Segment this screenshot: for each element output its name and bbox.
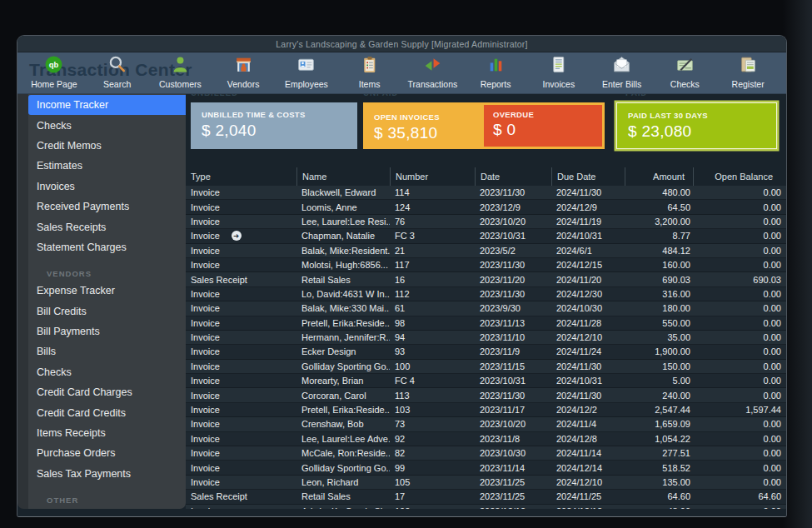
sidebar-vendors-item-sales-tax-payments[interactable]: Sales Tax Payments: [28, 464, 186, 484]
sidebar-vendors-item-items-receipts[interactable]: Items Receipts: [28, 423, 186, 443]
column-header-type[interactable]: Type: [186, 167, 296, 186]
sidebar-vendors-item-purchase-orders[interactable]: Purchase Orders: [28, 443, 186, 463]
cell-date: 2023/10/31: [475, 231, 551, 241]
table-row[interactable]: InvoiceMolotsi, Hugh:6856...1172023/11/3…: [186, 258, 786, 272]
toolbar-item-label: Reports: [481, 79, 511, 89]
sidebar-customers-item-estimates[interactable]: Estimates: [28, 156, 186, 176]
column-header-name[interactable]: Name: [296, 167, 390, 186]
cell-amount: 64.60: [625, 491, 693, 501]
toolbar-item-employees[interactable]: Employees: [275, 52, 338, 93]
toolbar-item-register[interactable]: Register: [716, 52, 780, 93]
table-row[interactable]: InvoiceLee, Laurel:Lee Adve...922023/11/…: [186, 432, 786, 446]
table-row[interactable]: InvoiceCorcoran, Carol1132023/11/302024/…: [186, 388, 786, 402]
sidebar-customers-item-credit-memos[interactable]: Credit Memos: [28, 136, 186, 156]
table-row[interactable]: InvoiceAdwin, Ko:Candy Sh...1022023/12/1…: [186, 505, 786, 509]
cell-amount: 1,659.09: [625, 419, 693, 429]
sidebar-customers-item-invoices[interactable]: Invoices: [28, 177, 186, 197]
toolbar-item-items[interactable]: Items: [338, 52, 401, 93]
window-titlebar[interactable]: Larry's Landscaping & Garden Supply [Mig…: [17, 36, 786, 52]
cell-balance: 0.00: [693, 477, 786, 487]
column-header-amount[interactable]: Amount: [625, 167, 693, 186]
table-row[interactable]: InvoiceGolliday Sporting Go...1002023/11…: [186, 360, 786, 374]
unbilled-time-costs-card[interactable]: UNBILLED TIME & COSTS $ 2,040: [191, 102, 357, 149]
toolbar-item-vendors[interactable]: Vendors: [212, 52, 275, 93]
table-row[interactable]: InvoiceBalak, Mike:330 Mai...612023/9/30…: [186, 301, 786, 316]
cell-type: Invoice: [186, 376, 296, 386]
cell-name: Corcoran, Carol: [296, 391, 390, 401]
cell-name: Hermann, Jennifer:R...: [296, 332, 390, 342]
sidebar-customers-item-checks[interactable]: Checks: [28, 115, 186, 135]
toolbar-item-reports[interactable]: Reports: [464, 52, 527, 93]
open-invoices-card[interactable]: OPEN INVOICES $ 35,810: [363, 105, 484, 147]
table-row[interactable]: InvoiceLoomis, Anne1242023/12/92024/12/9…: [186, 200, 786, 214]
table-row[interactable]: Sales ReceiptRetail Sales172023/11/25202…: [186, 490, 786, 504]
sidebar-vendors-item-checks[interactable]: Checks: [28, 362, 186, 382]
qb-logo-icon: qb: [42, 55, 65, 79]
group-label-unpaid: UNPAID: [363, 94, 398, 97]
sidebar-customers-item-income-tracker[interactable]: Income Tracker: [28, 95, 186, 115]
column-header-open-balance[interactable]: Open Balance: [693, 167, 786, 186]
table-row[interactable]: InvoiceMcCale, Ron:Reside...822023/10/30…: [186, 446, 786, 461]
sidebar-vendors-item-expense-tracker[interactable]: Expense Tracker: [28, 281, 186, 301]
table-row[interactable]: InvoicePretell, Erika:Reside...1032023/1…: [186, 403, 786, 417]
toolbar-item-home-page[interactable]: qbHome Page: [22, 52, 86, 93]
sidebar-vendors-item-bill-payments[interactable]: Bill Payments: [28, 321, 186, 341]
table-row[interactable]: InvoiceCrenshaw, Bob732023/10/202024/11/…: [186, 417, 786, 431]
table-row[interactable]: InvoiceGolliday Sporting Go...992023/11/…: [186, 461, 786, 475]
sidebar-vendors-item-credit-card-credits[interactable]: Credit Card Credits: [28, 402, 186, 422]
toolbar-item-enter-bills[interactable]: Enter Bills: [590, 52, 654, 93]
table-row[interactable]: InvoiceLee, Laurel:Lee Resi...762023/10/…: [186, 215, 786, 229]
cell-amount: 480.00: [625, 187, 693, 197]
card-label: OVERDUE: [493, 110, 602, 119]
table-row[interactable]: InvoiceMorearty, BrianFC 42023/10/312024…: [186, 374, 786, 388]
table-row[interactable]: InvoiceHermann, Jennifer:R...942023/11/1…: [186, 331, 786, 345]
cell-date: 2023/12/9: [475, 202, 551, 212]
paid-last-30-days-card[interactable]: PAID LAST 30 DAYS $ 23,080: [616, 102, 777, 149]
cell-balance: 0.00: [693, 318, 786, 328]
toolbar-item-customers[interactable]: Customers: [149, 52, 212, 93]
toolbar-item-search[interactable]: Search: [86, 52, 149, 93]
cell-type: Invoice: [186, 434, 296, 444]
table-row[interactable]: InvoiceEcker Design932023/11/92024/11/24…: [186, 345, 786, 359]
income-tracker-panel: UNBILLED UNPAID PAID UNBILLED TIME & COS…: [186, 94, 786, 516]
table-row[interactable]: InvoiceBalak, Mike:Resident...212023/5/2…: [186, 244, 786, 258]
cell-name: Lee, Laurel:Lee Resi...: [296, 217, 390, 227]
cell-due: 2024/11/4: [551, 419, 625, 429]
column-header-due-date[interactable]: Due Date: [551, 167, 625, 186]
toolbar-item-transactions[interactable]: Transactions: [401, 52, 465, 93]
table-row[interactable]: InvoiceLo, David:4631 W In...1122023/11/…: [186, 287, 786, 301]
sidebar-vendors-item-bill-credits[interactable]: Bill Credits: [28, 301, 186, 321]
table-row[interactable]: InvoicePretell, Erika:Reside...982023/11…: [186, 316, 786, 331]
card-value: $ 23,080: [628, 122, 776, 141]
column-header-number[interactable]: Number: [390, 167, 475, 186]
sidebar-vendors-item-credit-card-charges[interactable]: Credit Card Charges: [28, 382, 186, 402]
table-row[interactable]: Invoice➜Chapman, NatalieFC 32023/10/3120…: [186, 229, 786, 243]
sidebar-customers-item-received-payments[interactable]: Received Payments: [28, 197, 186, 217]
cell-name: Loomis, Anne: [296, 202, 390, 212]
toolbar-item-invoices[interactable]: Invoices: [527, 52, 590, 93]
table-row[interactable]: InvoiceLeon, Richard1052023/11/252024/12…: [186, 476, 786, 490]
cell-date: 2023/11/30: [475, 187, 551, 197]
sidebar-vendors-item-bills[interactable]: Bills: [28, 341, 186, 361]
cell-name: Crenshaw, Bob: [296, 419, 390, 429]
window-title: Larry's Landscaping & Garden Supply [Mig…: [276, 39, 527, 49]
clipboard-icon: [358, 55, 381, 79]
summary-cards: UNBILLED TIME & COSTS $ 2,040 OPEN INVOI…: [191, 102, 786, 149]
toolbar-item-checks[interactable]: Checks: [654, 52, 717, 93]
table-row[interactable]: Sales ReceiptRetail Sales162023/11/20202…: [186, 272, 786, 286]
sidebar-customers-item-statement-charges[interactable]: Statement Charges: [28, 237, 186, 257]
table-row[interactable]: InvoiceBlackwell, Edward1142023/11/30202…: [186, 186, 786, 200]
row-detail-arrow-icon[interactable]: ➜: [232, 231, 242, 241]
cell-date: 2023/10/20: [475, 217, 551, 227]
cell-amount: 160.00: [625, 260, 693, 270]
toolbar-item-label: Transactions: [408, 79, 458, 89]
cell-date: 2023/5/2: [475, 246, 551, 256]
sidebar-vendor-group: Expense TrackerBill CreditsBill Payments…: [28, 281, 186, 484]
sidebar-customers-item-sales-receipts[interactable]: Sales Receipts: [28, 217, 186, 237]
column-header-date[interactable]: Date: [475, 167, 551, 186]
group-label-unbilled: UNBILLED: [191, 94, 238, 97]
cell-date: 2023/10/30: [475, 448, 551, 458]
cell-type: Invoice: [186, 217, 296, 227]
overdue-card[interactable]: OVERDUE $ 0: [484, 105, 602, 147]
cell-name: Molotsi, Hugh:6856...: [296, 260, 390, 270]
